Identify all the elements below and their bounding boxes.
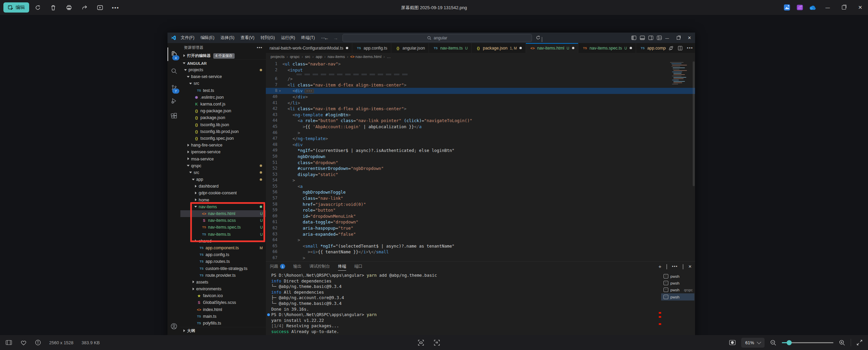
- clipchamp-icon[interactable]: [793, 0, 806, 15]
- folder-tree-item[interactable]: qrspc: [180, 162, 266, 169]
- back-icon[interactable]: ←: [324, 33, 329, 43]
- terminal-dropdown-icon[interactable]: [667, 264, 667, 269]
- file-tree-item[interactable]: TScustom-title-strategy.ts: [180, 265, 266, 272]
- file-tree-item[interactable]: TSroute.provider.ts: [180, 272, 266, 279]
- folded-code-badge[interactable]: ···: [304, 89, 314, 93]
- folder-tree-item[interactable]: src: [180, 169, 266, 176]
- folder-tree-item[interactable]: gdpr-cookie-consent: [180, 190, 266, 196]
- minimap[interactable]: [670, 61, 691, 86]
- photo-editor-icon[interactable]: [781, 0, 793, 15]
- more-options-button[interactable]: •••: [108, 2, 123, 13]
- screenshot-image[interactable]: 文件(F)编辑(E)选择(S)查看(V)转到(G)运行(R)终端(T)⋯ ← →…: [167, 33, 695, 349]
- zoom-slider[interactable]: [782, 342, 833, 343]
- zoom-out-icon[interactable]: [770, 339, 776, 346]
- breadcrumb-item[interactable]: <>nav-items.html: [350, 54, 381, 59]
- editor-tab[interactable]: {}package.json1, M: [472, 43, 526, 53]
- onedrive-icon[interactable]: [806, 0, 819, 15]
- menu-item[interactable]: 编辑(E): [197, 35, 217, 41]
- split-editor-icon[interactable]: [678, 46, 683, 51]
- menu-item[interactable]: 查看(V): [237, 35, 257, 41]
- breadcrumb-item[interactable]: …: [387, 54, 391, 59]
- terminal-output[interactable]: PS D:\Rohoon\.Net\QRSPC\apps\angular> ya…: [267, 273, 660, 341]
- editor-tab[interactable]: <>nav-items.htmlU: [526, 43, 578, 53]
- file-tree-item[interactable]: {}ng-package.json: [180, 108, 266, 114]
- filmstrip-icon[interactable]: [5, 340, 12, 345]
- panel-tab[interactable]: 终端: [338, 262, 346, 271]
- explorer-activity-icon[interactable]: 4: [167, 47, 180, 61]
- panel-tab[interactable]: 调试控制台: [310, 262, 330, 271]
- share-button[interactable]: [77, 2, 92, 13]
- terminal-list-item[interactable]: ›pwsh: [661, 273, 694, 279]
- search-box[interactable]: angular: [342, 34, 532, 42]
- folder-tree-item[interactable]: dashboard: [180, 183, 266, 190]
- command-decoration-icon[interactable]: [267, 313, 270, 316]
- panel-tab[interactable]: 输出: [293, 262, 301, 271]
- panel-kebab-icon[interactable]: •••: [672, 264, 678, 269]
- vscode-restore-icon[interactable]: [673, 33, 684, 43]
- dirty-dot[interactable]: [346, 47, 348, 49]
- vscode-minimize-icon[interactable]: —: [662, 33, 673, 43]
- breadcrumb-item[interactable]: qrspc: [290, 54, 300, 59]
- panel-tab[interactable]: 端口: [354, 262, 362, 271]
- file-tree-item[interactable]: {}tsconfig.spec.json: [180, 135, 266, 142]
- editor-tab[interactable]: TSnav-items.spec.tsU: [578, 43, 636, 53]
- toggle-secondary-sidebar-icon[interactable]: [648, 36, 653, 40]
- forward-icon[interactable]: →: [333, 33, 338, 43]
- account-icon[interactable]: [167, 319, 180, 333]
- print-button[interactable]: [62, 2, 76, 13]
- code-editor[interactable]: 1<ul class="navbar-nav">2 <input6 />7 <l…: [266, 60, 695, 261]
- dirty-dot[interactable]: [519, 47, 522, 49]
- editor-tab[interactable]: TSapp.config.ts: [352, 43, 391, 53]
- folder-tree-item[interactable]: hang-fire-service: [180, 142, 266, 149]
- actual-size-icon[interactable]: [434, 339, 440, 346]
- file-tree-item[interactable]: Kkarma.conf.js: [180, 101, 266, 108]
- breadcrumb-item[interactable]: nav-items: [328, 54, 345, 59]
- folder-tree-item[interactable]: environments: [180, 286, 266, 292]
- open-editors-section[interactable]: 打开的编辑器 4 个未保存: [180, 52, 266, 59]
- breadcrumb-item[interactable]: src: [305, 54, 311, 59]
- file-tree-item[interactable]: {}tsconfig.lib.prod.json: [180, 128, 266, 135]
- terminal-list-item[interactable]: ›pwsh: [661, 279, 694, 286]
- breadcrumb-item[interactable]: app: [316, 54, 322, 59]
- file-tree-item[interactable]: SGlobalStyles.scss: [180, 299, 266, 306]
- fullscreen-icon[interactable]: [856, 339, 863, 346]
- source-control-activity-icon[interactable]: 7: [167, 81, 180, 94]
- folder-tree-item[interactable]: msa-service: [180, 155, 266, 162]
- explorer-kebab-icon[interactable]: •••: [257, 45, 262, 50]
- zoom-level-dropdown[interactable]: 61%: [741, 338, 765, 348]
- folder-tree-item[interactable]: projects: [180, 66, 266, 73]
- file-tree-item[interactable]: TSpolyfills.ts: [180, 320, 266, 327]
- fit-to-window-icon[interactable]: [418, 339, 424, 346]
- terminal-list-item[interactable]: ›pwsh: [661, 293, 694, 300]
- search-activity-icon[interactable]: [167, 64, 180, 78]
- outline-section[interactable]: 大纲: [180, 327, 266, 334]
- editor-tab[interactable]: {}angular.json: [391, 43, 429, 53]
- file-tree-item[interactable]: TSmain.ts: [180, 313, 266, 320]
- menu-item[interactable]: 运行(R): [278, 35, 298, 41]
- folder-tree-item[interactable]: src: [180, 80, 266, 87]
- toggle-sidebar-icon[interactable]: [631, 36, 636, 40]
- zoom-in-icon[interactable]: [839, 339, 845, 346]
- file-tree-item[interactable]: TSapp.component.tsM: [180, 245, 266, 251]
- file-tree-item[interactable]: TSapp.routes.ts: [180, 258, 266, 265]
- rotate-button[interactable]: [31, 2, 45, 13]
- menu-item[interactable]: 转到(G): [257, 35, 278, 41]
- close-button[interactable]: ✕: [852, 0, 868, 15]
- chevron-down-icon[interactable]: [542, 37, 542, 42]
- toggle-panel-icon[interactable]: [640, 36, 645, 40]
- run-debug-activity-icon[interactable]: [167, 94, 180, 108]
- editor-kebab-icon[interactable]: •••: [687, 45, 693, 51]
- extensions-activity-icon[interactable]: [167, 109, 180, 122]
- dirty-dot[interactable]: [572, 47, 574, 49]
- workspace-root-row[interactable]: ANGULAR: [180, 59, 266, 67]
- favorite-heart-icon[interactable]: [20, 340, 27, 346]
- close-panel-icon[interactable]: ✕: [688, 264, 692, 269]
- edit-image-button[interactable]: 编辑: [3, 2, 29, 13]
- info-icon[interactable]: [35, 339, 41, 346]
- editor-scrollbar[interactable]: [693, 61, 695, 186]
- menu-item[interactable]: 终端(T): [298, 35, 318, 41]
- slideshow-button[interactable]: [93, 2, 107, 13]
- letterbox-toggle-icon[interactable]: [729, 339, 736, 346]
- dirty-dot[interactable]: [630, 47, 632, 49]
- terminal-list-item[interactable]: ›pwshqrspc: [661, 287, 694, 293]
